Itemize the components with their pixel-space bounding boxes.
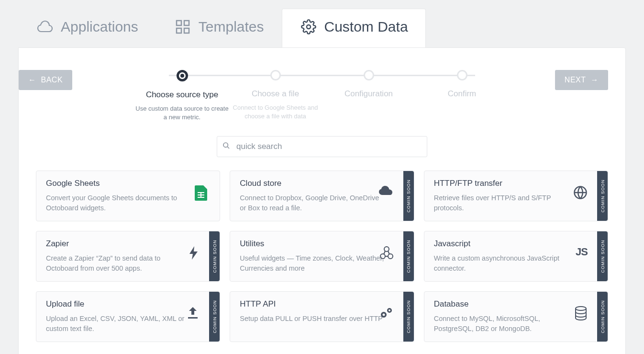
upload-icon: [186, 306, 200, 321]
coming-soon-badge: COMIN SOON: [403, 231, 414, 281]
card-database[interactable]: Database Connect to MySQL, MicrosoftSQL,…: [424, 291, 608, 342]
tab-label: Custom Data: [324, 19, 408, 35]
source-grid: Google Sheets Convert your Google Sheets…: [36, 171, 608, 342]
content-panel: ← BACK NEXT → Choose source type Use cus…: [18, 47, 626, 354]
search-container: [217, 136, 427, 157]
card-title: HTTP/FTP transfer: [434, 179, 581, 188]
coming-soon-badge: COMIN SOON: [597, 231, 608, 281]
coming-soon-badge: COMIN SOON: [597, 171, 608, 221]
tab-templates[interactable]: Templates: [156, 9, 282, 47]
arrow-left-icon: ←: [28, 76, 36, 84]
arrow-right-icon: →: [591, 76, 599, 84]
search-icon: [222, 142, 230, 151]
svg-rect-15: [188, 317, 198, 319]
card-title: Utilites: [240, 239, 387, 249]
step-title: Choose a file: [229, 89, 322, 99]
card-title: Javascript: [434, 239, 581, 249]
card-cloud-store[interactable]: Cloud store Connect to Dropbox, Google D…: [230, 171, 414, 221]
search-input[interactable]: [217, 136, 427, 157]
card-title: HTTP API: [240, 299, 387, 309]
svg-rect-3: [184, 28, 189, 33]
bolt-icon: [188, 246, 200, 262]
card-title: Upload file: [46, 299, 193, 309]
back-label: BACK: [41, 76, 63, 84]
card-title: Zapier: [46, 239, 193, 249]
cloud-icon: [378, 185, 394, 198]
card-desc: Write a custom asynchronous JavaScript c…: [434, 253, 581, 274]
tab-label: Templates: [199, 19, 264, 35]
card-desc: Convert your Google Sheets documents to …: [46, 193, 193, 213]
coming-soon-badge: COMIN SOON: [403, 171, 414, 221]
wizard-stepper: Choose source type Use custom data sourc…: [135, 70, 509, 122]
card-desc: Upload an Excel, CSV, JSON, YAML, XML or…: [46, 314, 193, 334]
svg-line-13: [388, 251, 389, 254]
cloud-icon: [36, 18, 54, 36]
step-desc: Use custom data source to create a new m…: [135, 104, 229, 122]
step-dot-icon: [364, 70, 374, 80]
gear-icon: [300, 18, 318, 36]
nodes-icon: [379, 246, 394, 262]
card-javascript[interactable]: Javascript Write a custom asynchronous J…: [424, 231, 608, 282]
coming-soon-badge: COMIN SOON: [597, 292, 608, 342]
svg-rect-1: [184, 21, 189, 25]
tab-label: Applications: [61, 19, 138, 35]
step-confirm[interactable]: Confirm: [415, 70, 509, 122]
card-http-api[interactable]: HTTP API Setup data PULL or PUSH transfe…: [230, 291, 414, 342]
step-choose-file[interactable]: Choose a file Connect to Google Sheets a…: [229, 70, 322, 122]
database-icon: [574, 306, 588, 322]
step-configuration[interactable]: Configuration: [322, 70, 415, 122]
google-sheets-icon: [195, 185, 207, 201]
card-desc: Setup data PULL or PUSH transfer over HT…: [240, 314, 387, 324]
svg-point-16: [576, 307, 586, 310]
next-button[interactable]: NEXT →: [555, 70, 608, 90]
svg-rect-2: [177, 28, 181, 33]
card-desc: Connect to MySQL, MicrosoftSQL, PostgreS…: [434, 314, 581, 334]
svg-point-10: [380, 254, 385, 259]
svg-point-5: [223, 143, 228, 147]
card-google-sheets[interactable]: Google Sheets Convert your Google Sheets…: [36, 171, 220, 221]
step-dot-icon: [270, 70, 281, 80]
card-title: Google Sheets: [46, 179, 193, 188]
card-desc: Create a Zapier “Zap” to send data to Oc…: [46, 253, 193, 274]
coming-soon-badge: COMIN SOON: [209, 292, 220, 342]
svg-line-6: [227, 147, 229, 148]
card-desc: Retrieve files over HTTP/S and S/FTP pro…: [434, 193, 581, 213]
svg-rect-0: [177, 21, 181, 25]
back-button[interactable]: ← BACK: [19, 70, 72, 90]
card-http-ftp[interactable]: HTTP/FTP transfer Retrieve files over HT…: [424, 171, 608, 221]
tab-bar: Applications Templates Custom Data: [18, 0, 626, 47]
tab-applications[interactable]: Applications: [18, 9, 156, 47]
tab-custom-data[interactable]: Custom Data: [282, 9, 426, 47]
card-desc: Connect to Dropbox, Google Drive, OneDri…: [240, 193, 387, 213]
svg-line-12: [384, 251, 385, 254]
step-title: Configuration: [322, 89, 415, 99]
card-title: Database: [434, 299, 581, 309]
svg-point-11: [388, 254, 393, 259]
step-choose-source[interactable]: Choose source type Use custom data sourc…: [135, 70, 229, 122]
step-dot-icon: [177, 70, 188, 81]
globe-icon: [573, 185, 588, 202]
next-label: NEXT: [565, 76, 586, 84]
card-utilities[interactable]: Utilites Useful widgets — Time zones, Cl…: [230, 231, 414, 282]
coming-soon-badge: COMIN SOON: [403, 292, 414, 342]
card-title: Cloud store: [240, 179, 387, 188]
step-title: Choose source type: [135, 90, 229, 100]
svg-point-4: [307, 25, 311, 29]
step-dot-icon: [457, 70, 467, 80]
card-desc: Useful widgets — Time zones, Clock, Weat…: [240, 253, 387, 274]
card-upload-file[interactable]: Upload file Upload an Excel, CSV, JSON, …: [36, 291, 220, 342]
svg-point-9: [384, 247, 389, 251]
step-title: Confirm: [415, 89, 509, 99]
coming-soon-badge: COMIN SOON: [209, 231, 220, 281]
js-icon: JS: [576, 246, 588, 258]
card-zapier[interactable]: Zapier Create a Zapier “Zap” to send dat…: [36, 231, 220, 282]
grid-icon: [174, 18, 192, 36]
step-desc: Connect to Google Sheets and choose a fi…: [229, 103, 322, 121]
gears-icon: [379, 306, 394, 320]
